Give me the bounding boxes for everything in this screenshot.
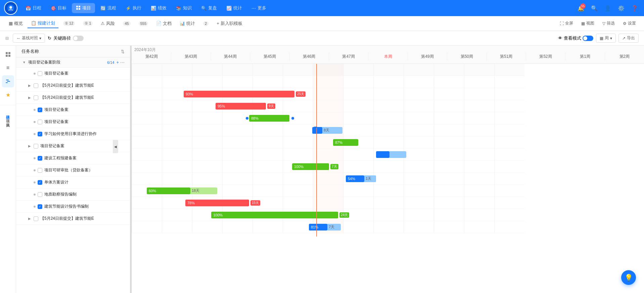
- gantt-bar-row-4[interactable]: 88%: [249, 115, 289, 122]
- nav-item-knowledge[interactable]: 📚 知识: [172, 3, 196, 13]
- sub-nav-buildplan[interactable]: 📋 报建计划: [28, 19, 58, 28]
- gantt-row-1[interactable]: [132, 76, 524, 88]
- sub-nav-docs[interactable]: 📄 文档: [153, 19, 175, 28]
- task-checkbox-3[interactable]: [34, 95, 38, 100]
- gantt-row-13[interactable]: 81%7天: [132, 221, 524, 233]
- nav-item-target[interactable]: 🎯 目标: [47, 3, 71, 13]
- gantt-row-4[interactable]: 88%: [132, 112, 524, 124]
- task-row[interactable]: ▶ 项目登记备案: [16, 116, 130, 128]
- view-mode-switch[interactable]: .toggle-switch.on::after { left: 18px; }: [583, 36, 593, 41]
- expand-btn-2[interactable]: ▶: [27, 83, 32, 88]
- group-expand-icon[interactable]: ▼: [21, 60, 27, 65]
- task-checkbox-12[interactable]: ✓: [38, 204, 42, 209]
- gantt-row-5[interactable]: 8天▼: [132, 124, 524, 136]
- gantt-row-9[interactable]: 54%1天: [132, 173, 524, 185]
- task-checkbox-11[interactable]: [38, 192, 42, 197]
- sort-icon[interactable]: ⇅: [121, 49, 125, 54]
- task-row[interactable]: ▶ 项目可研审批（贷款备案）: [16, 164, 130, 176]
- sub-nav-badge-1[interactable]: ① 1: [80, 19, 96, 27]
- critical-path-toggle[interactable]: ↻ 关键路径: [48, 35, 84, 41]
- sub-nav-newtpl[interactable]: + 新入职模板: [213, 19, 246, 28]
- view-button[interactable]: ▦ 视图: [579, 19, 597, 28]
- sub-nav-badge-45[interactable]: 45: [120, 20, 134, 27]
- task-row[interactable]: ▶ ✓ 建筑节能设计报告书编制: [16, 201, 130, 213]
- gantt-row-8[interactable]: 100%7天: [132, 161, 524, 173]
- gantt-bar-row-12[interactable]: 100%24天: [211, 212, 349, 218]
- collapse-panel-button[interactable]: ◀: [113, 140, 118, 153]
- logo[interactable]: [4, 1, 17, 15]
- sidebar-star-icon[interactable]: ★: [2, 89, 14, 101]
- gantt-bar-row-3[interactable]: 95%9天: [216, 103, 275, 110]
- task-group-header[interactable]: ▼ 项目登记备案阶段 6/14 + ⋯: [16, 57, 130, 68]
- task-row[interactable]: ▶ 项目登记备案: [16, 68, 130, 80]
- nav-item-review[interactable]: 🔍 复盘: [197, 3, 221, 13]
- view-mode-toggle[interactable]: 👁 查看模式 .toggle-switch.on::after { left: …: [558, 35, 593, 41]
- nav-item-stats[interactable]: 📈 统计: [222, 3, 246, 13]
- user-button[interactable]: 👤: [602, 3, 613, 13]
- sub-nav-badge-2[interactable]: 2: [200, 20, 212, 27]
- task-row[interactable]: ▶ 【5月24日前提交】建筑节能E: [16, 80, 130, 92]
- task-row[interactable]: ▶ ✓ 学习如何使用日事清进行协作: [16, 128, 130, 140]
- notification-button[interactable]: 🔔 55: [576, 3, 586, 13]
- filter-button[interactable]: ▽ 筛选: [600, 19, 617, 28]
- expand-btn-13[interactable]: ▶: [27, 216, 32, 221]
- sub-nav-risk[interactable]: ⚠ 风险: [97, 19, 118, 28]
- gantt-bar-row-7[interactable]: [376, 151, 406, 158]
- task-row[interactable]: ▶ 地质勘察报告编制: [16, 189, 130, 201]
- project-stats-label[interactable]: 项目统计: [4, 111, 12, 115]
- gantt-row-10[interactable]: 60%18天: [132, 185, 524, 197]
- task-checkbox-2[interactable]: [34, 83, 38, 88]
- gantt-bar-row-6[interactable]: 87%: [333, 139, 358, 146]
- gantt-row-12[interactable]: 100%24天: [132, 209, 524, 221]
- task-row[interactable]: ▶ 【5月24日前提交】建筑节能E: [16, 92, 130, 104]
- gantt-bar-row-11[interactable]: 78%15天: [185, 200, 260, 206]
- project-risk-label[interactable]: 项目风: [4, 119, 12, 123]
- gantt-bar-row-9[interactable]: 54%1天: [346, 175, 376, 182]
- task-row[interactable]: ▶ ✓ 项目登记备案: [16, 104, 130, 116]
- task-checkbox-9[interactable]: [38, 168, 42, 173]
- task-checkbox-5[interactable]: [38, 120, 42, 124]
- task-checkbox-4[interactable]: ✓: [38, 108, 42, 112]
- nav-item-project[interactable]: 项目: [72, 3, 95, 13]
- task-checkbox-7[interactable]: [34, 144, 38, 149]
- floating-action-button[interactable]: 💡: [621, 270, 636, 285]
- gantt-row-7[interactable]: [132, 149, 524, 161]
- task-row[interactable]: ▶ ✓ 建设工程报建备案: [16, 152, 130, 164]
- nav-item-flow[interactable]: 🔄 流程: [96, 3, 120, 13]
- gantt-row-0[interactable]: [132, 64, 524, 76]
- gantt-row-6[interactable]: 87%: [132, 136, 524, 149]
- nav-item-more[interactable]: ⋯ 更多: [247, 3, 270, 13]
- task-checkbox-6[interactable]: ✓: [38, 132, 42, 136]
- task-checkbox-13[interactable]: [34, 216, 38, 221]
- settings-button[interactable]: ⚙️: [616, 3, 627, 13]
- nav-item-execute[interactable]: ⚡ 执行: [122, 3, 145, 13]
- export-button[interactable]: ↗ 导出: [618, 34, 639, 43]
- gantt-bar-row-13[interactable]: 81%7天: [309, 224, 341, 231]
- sub-nav-badge-12[interactable]: ① 12: [60, 19, 78, 27]
- sidebar-grid-icon[interactable]: [2, 48, 14, 60]
- sub-nav-statsub[interactable]: 📊 统计: [176, 19, 198, 28]
- nav-item-schedule[interactable]: 📅 日程: [21, 3, 45, 13]
- fullscreen-button[interactable]: ⛶ 全屏: [557, 19, 576, 28]
- task-row[interactable]: ▶ 【5月24日前提交】建筑节能E: [16, 213, 130, 225]
- expand-btn-3[interactable]: ▶: [27, 95, 32, 100]
- group-more-icon[interactable]: ⋯: [120, 60, 125, 65]
- gantt-row-11[interactable]: 78%15天: [132, 197, 524, 209]
- week-view-button[interactable]: ▦ 周 ▾: [596, 34, 616, 43]
- gantt-row-2[interactable]: 93%25天: [132, 88, 524, 100]
- task-checkbox-8[interactable]: ✓: [38, 156, 42, 161]
- search-button[interactable]: 🔍: [589, 3, 600, 13]
- expand-btn-7[interactable]: ▶: [27, 143, 32, 149]
- task-row[interactable]: ▶ ✓ 单体方案设计: [16, 176, 130, 189]
- project-item-label[interactable]: 项目: [4, 115, 12, 119]
- nav-item-performance[interactable]: 📊 绩效: [147, 3, 171, 13]
- gantt-bar-row-2[interactable]: 93%25天: [184, 91, 306, 97]
- gantt-row-3[interactable]: 95%9天: [132, 100, 524, 112]
- gantt-bar-row-8[interactable]: 100%7天: [292, 163, 338, 170]
- gantt-bar-row-10[interactable]: 60%18天: [147, 187, 217, 194]
- baseline-compare-button[interactable]: ↔ 基线对照 ▾: [13, 34, 45, 43]
- help-button[interactable]: ❓: [629, 3, 640, 13]
- sub-nav-badge-555[interactable]: 555: [135, 20, 151, 27]
- sidebar-list-icon[interactable]: ≡: [2, 62, 14, 74]
- settings-nav-button[interactable]: ⚙ 设置: [620, 19, 639, 28]
